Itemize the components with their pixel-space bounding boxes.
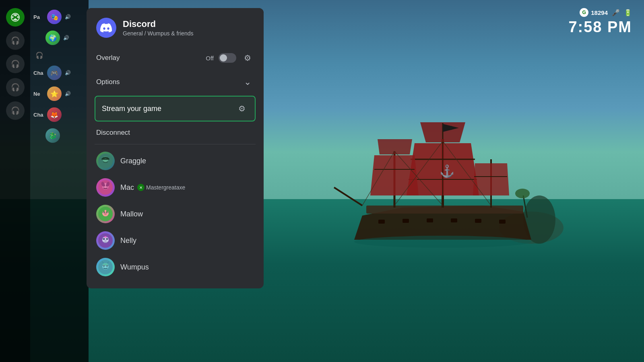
gamerscore-icon: G: [580, 8, 588, 17]
sidebar-avatar-5: 🦊: [47, 107, 62, 122]
svg-point-50: [104, 213, 107, 215]
disconnect-label: Disconnect: [96, 129, 130, 136]
sidebar-row-avatar6: 🐉: [30, 127, 89, 144]
sidebar-user-label: Pa: [33, 14, 45, 20]
user-item-graggle[interactable]: Graggle: [95, 148, 256, 174]
discord-body: Overlay Off ⚙ Options ⌄ Stream your game…: [87, 46, 264, 280]
sidebar-user-label-cha2: Cha: [33, 112, 45, 118]
sidebar-avatar-6: 🐉: [45, 128, 60, 143]
stream-game-button[interactable]: Stream your game ⚙: [95, 96, 256, 121]
left-sidebar: 🎧 🎧 🎧 🎧 Pa 🎭 🔊 🌍 🔊 🎧 Cha 🎮 🔊: [0, 0, 89, 362]
sidebar-user-label-cha1: Cha: [33, 70, 45, 76]
disconnect-row[interactable]: Disconnect: [95, 123, 256, 142]
discord-title-group: Discord General / Wumpus & friends: [123, 19, 194, 37]
users-list: Graggle: [95, 148, 256, 280]
sidebar-avatar-3: 🎮: [47, 66, 62, 80]
sidebar-user-ne: Ne ⭐ 🔊: [30, 85, 89, 103]
svg-rect-16: [378, 220, 385, 224]
svg-point-14: [449, 126, 453, 130]
mic-icon: 🎤: [612, 9, 620, 16]
volume-icon-4: 🔊: [65, 91, 71, 97]
svg-point-69: [103, 263, 108, 265]
sidebar-user-label-ne: Ne: [33, 91, 45, 97]
discord-panel: Discord General / Wumpus & friends Overl…: [87, 8, 264, 288]
stream-settings-button[interactable]: ⚙: [235, 102, 248, 115]
options-label: Options: [96, 78, 120, 86]
user-item-mac[interactable]: Mac ✕ Mastergreataxe: [95, 174, 256, 201]
options-chevron-icon[interactable]: ⌄: [241, 76, 254, 88]
sidebar-headset-2[interactable]: 🎧: [6, 55, 25, 73]
svg-point-59: [103, 239, 104, 239]
hud-time: 7:58 PM: [568, 19, 632, 36]
svg-rect-21: [499, 220, 506, 224]
stream-game-label: Stream your game: [102, 105, 161, 113]
svg-point-60: [107, 239, 107, 239]
volume-icon-1: 🔊: [65, 14, 71, 20]
avatar-nelly: [96, 231, 115, 250]
mac-info: Mac ✕ Mastergreataxe: [120, 183, 185, 192]
avatar-mac: [96, 178, 115, 197]
user-name-wumpus: Wumpus: [120, 263, 149, 272]
mac-name-row: Mac ✕ Mastergreataxe: [120, 183, 185, 192]
gamerscore-value: 18294: [591, 9, 608, 16]
svg-point-62: [105, 236, 106, 238]
mac-gamertag: Mastergreataxe: [146, 184, 185, 191]
avatar-graggle: [96, 152, 115, 170]
ship-scene: ⚓: [322, 99, 564, 302]
user-name-nelly: Nelly: [120, 237, 136, 245]
user-name-graggle: Graggle: [120, 157, 146, 165]
avatar-mallow: [96, 205, 115, 223]
overlay-label: Overlay: [96, 54, 120, 62]
discord-logo: [96, 18, 116, 38]
sidebar-headset-4[interactable]: 🎧: [6, 101, 25, 120]
sidebar-avatar-2: 🌍: [45, 31, 60, 45]
svg-rect-18: [427, 218, 433, 222]
svg-rect-20: [475, 219, 481, 223]
mac-xbox-badge: ✕ Mastergreataxe: [137, 184, 185, 191]
xbox-icon[interactable]: [6, 8, 25, 27]
svg-text:⚓: ⚓: [440, 164, 455, 179]
sidebar-headset-3[interactable]: 🎧: [6, 78, 25, 97]
user-item-mallow[interactable]: Mallow: [95, 201, 256, 227]
svg-rect-35: [101, 158, 109, 160]
svg-rect-17: [402, 219, 409, 223]
user-name-mallow: Mallow: [120, 210, 143, 218]
avatar-wumpus: [96, 258, 115, 276]
svg-point-54: [106, 210, 108, 212]
sidebar-headset-1[interactable]: 🎧: [6, 31, 25, 50]
svg-point-61: [104, 240, 107, 242]
hud-score: G 18294: [580, 8, 608, 17]
user-item-wumpus[interactable]: Wumpus: [95, 254, 256, 280]
discord-app-name: Discord: [123, 19, 194, 29]
svg-point-23: [354, 236, 531, 248]
sidebar-user-cha1: Cha 🎮 🔊: [30, 64, 89, 82]
svg-point-51: [103, 213, 105, 215]
sidebar-users-column: Pa 🎭 🔊 🌍 🔊 🎧 Cha 🎮 🔊 Ne ⭐ 🔊 Cha 🦊 🐉: [30, 0, 89, 362]
overlay-controls: Off ⚙: [206, 51, 254, 64]
volume-icon-3: 🔊: [65, 70, 71, 76]
user-name-mac: Mac: [120, 183, 134, 192]
user-item-nelly[interactable]: Nelly: [95, 227, 256, 254]
overlay-status: Off: [206, 55, 214, 62]
sidebar-avatar-4: ⭐: [47, 86, 62, 101]
sidebar-user-cha2: Cha 🦊: [30, 106, 89, 123]
overlay-row: Overlay Off ⚙: [95, 46, 256, 70]
options-row[interactable]: Options ⌄: [95, 70, 256, 94]
divider: [95, 144, 256, 144]
toggle-knob: [220, 54, 227, 62]
overlay-toggle[interactable]: [219, 53, 236, 63]
sidebar-row-spacer: 🌍 🔊: [30, 29, 89, 47]
volume-icon-2: 🔊: [63, 35, 69, 41]
overlay-settings-button[interactable]: ⚙: [241, 51, 254, 64]
sidebar-user-pa: Pa 🎭 🔊: [30, 8, 89, 26]
sidebar-headset-row: 🎧: [30, 50, 89, 61]
svg-point-3: [515, 189, 530, 198]
mac-xbox-icon: ✕: [137, 184, 144, 191]
discord-header: Discord General / Wumpus & friends: [87, 8, 264, 46]
svg-rect-4: [366, 206, 523, 214]
svg-rect-19: [451, 218, 457, 222]
hud-topright: G 18294 🎤 🔋 7:58 PM: [568, 8, 632, 36]
hud-status-row: G 18294 🎤 🔋: [580, 8, 632, 17]
svg-line-15: [334, 187, 362, 206]
battery-icon: 🔋: [624, 9, 632, 16]
